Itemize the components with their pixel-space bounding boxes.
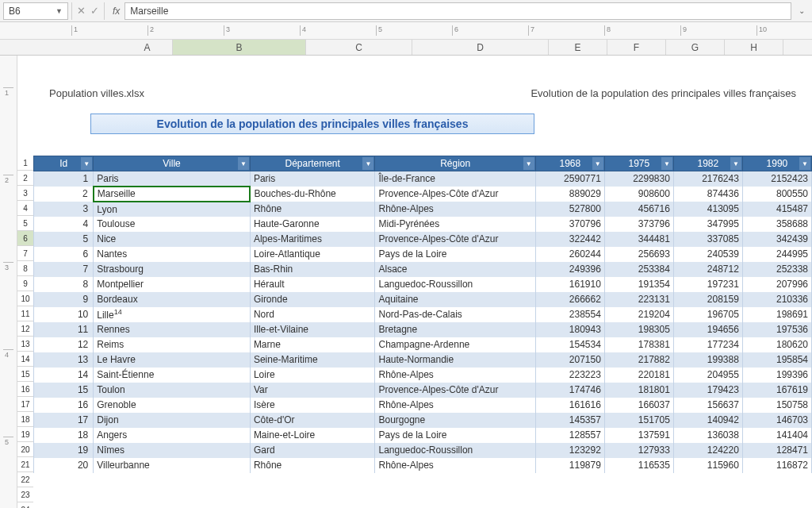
table-cell[interactable]: Rennes: [94, 322, 251, 337]
table-cell[interactable]: 145357: [535, 413, 604, 428]
table-cell[interactable]: 204955: [673, 368, 742, 383]
table-cell[interactable]: 7: [34, 262, 94, 277]
table-cell[interactable]: 174746: [535, 383, 604, 398]
row-header[interactable]: 16: [17, 382, 33, 397]
table-cell[interactable]: Isère: [250, 398, 375, 413]
table-cell[interactable]: 456716: [604, 202, 673, 217]
filter-dropdown-icon[interactable]: ▼: [799, 157, 810, 170]
table-cell[interactable]: 248712: [673, 262, 742, 277]
table-cell[interactable]: 11: [34, 322, 94, 337]
table-cell[interactable]: 260244: [535, 247, 604, 262]
column-header[interactable]: G: [666, 40, 725, 55]
table-column-header[interactable]: 1968▼: [535, 156, 604, 171]
table-cell[interactable]: 358688: [742, 217, 811, 232]
table-cell[interactable]: Bouches-du-Rhône: [250, 187, 375, 202]
table-row[interactable]: 18AngersMaine-et-LoirePays de la Loire12…: [34, 428, 812, 443]
table-cell[interactable]: Côte-d'Or: [250, 413, 375, 428]
table-cell[interactable]: 191354: [604, 277, 673, 292]
column-header[interactable]: D: [412, 40, 549, 55]
table-cell[interactable]: Paris: [250, 171, 375, 187]
table-cell[interactable]: 128557: [535, 428, 604, 443]
table-cell[interactable]: Languedoc-Roussillon: [375, 277, 535, 292]
table-cell[interactable]: Lyon: [94, 202, 251, 217]
table-cell[interactable]: 252338: [742, 262, 811, 277]
table-cell[interactable]: 220181: [604, 368, 673, 383]
table-cell[interactable]: 116872: [742, 458, 811, 473]
table-cell[interactable]: Rhône: [250, 202, 375, 217]
table-cell[interactable]: Dijon: [94, 413, 251, 428]
table-row[interactable]: 12ReimsMarneChampagne-Ardenne15453417838…: [34, 337, 812, 352]
table-cell[interactable]: Lille14: [94, 307, 251, 322]
table-row[interactable]: 10Lille14NordNord-Pas-de-Calais238554219…: [34, 307, 812, 322]
filter-dropdown-icon[interactable]: ▼: [592, 157, 603, 170]
table-cell[interactable]: 9: [34, 292, 94, 307]
filter-dropdown-icon[interactable]: ▼: [362, 157, 373, 170]
table-column-header[interactable]: 1982▼: [673, 156, 742, 171]
table-row[interactable]: 1ParisParisÎle-de-France2590771229983021…: [34, 171, 812, 187]
table-cell[interactable]: 196705: [673, 307, 742, 322]
table-cell[interactable]: 161910: [535, 277, 604, 292]
table-cell[interactable]: 197231: [673, 277, 742, 292]
table-cell[interactable]: Midi-Pyrénées: [375, 217, 535, 232]
table-cell[interactable]: Bourgogne: [375, 413, 535, 428]
table-cell[interactable]: 198305: [604, 322, 673, 337]
table-cell[interactable]: Bas-Rhin: [250, 262, 375, 277]
table-cell[interactable]: 337085: [673, 232, 742, 247]
table-cell[interactable]: 253384: [604, 262, 673, 277]
table-cell[interactable]: 240539: [673, 247, 742, 262]
table-cell[interactable]: Pays de la Loire: [375, 428, 535, 443]
row-header[interactable]: 15: [17, 367, 33, 382]
table-cell[interactable]: 2: [34, 187, 94, 202]
chevron-down-icon[interactable]: ▼: [56, 7, 63, 15]
table-row[interactable]: 15ToulonVarProvence-Alpes-Côte d'Azur174…: [34, 383, 812, 398]
fx-label[interactable]: fx: [108, 6, 124, 17]
table-cell[interactable]: 177234: [673, 337, 742, 352]
table-cell[interactable]: 167619: [742, 383, 811, 398]
table-cell[interactable]: Marne: [250, 337, 375, 352]
table-cell[interactable]: Maine-et-Loire: [250, 428, 375, 443]
table-cell[interactable]: 5: [34, 232, 94, 247]
table-cell[interactable]: Ille-et-Vilaine: [250, 322, 375, 337]
table-cell[interactable]: Haute-Garonne: [250, 217, 375, 232]
table-cell[interactable]: Aquitaine: [375, 292, 535, 307]
table-cell[interactable]: 3: [34, 202, 94, 217]
table-cell[interactable]: 256693: [604, 247, 673, 262]
row-header[interactable]: 9: [17, 276, 33, 291]
table-cell[interactable]: 19: [34, 443, 94, 458]
table-cell[interactable]: Grenoble: [94, 398, 251, 413]
table-cell[interactable]: Saint-Étienne: [94, 368, 251, 383]
table-cell[interactable]: Toulon: [94, 383, 251, 398]
table-cell[interactable]: 2152423: [742, 171, 811, 187]
table-cell[interactable]: 123292: [535, 443, 604, 458]
table-row[interactable]: 17DijonCôte-d'OrBourgogne145357151705140…: [34, 413, 812, 428]
column-header[interactable]: C: [306, 40, 412, 55]
table-row[interactable]: 5NiceAlpes-MaritimesProvence-Alpes-Côte …: [34, 232, 812, 247]
table-cell[interactable]: 8: [34, 277, 94, 292]
table-cell[interactable]: 115960: [673, 458, 742, 473]
expand-formula-icon[interactable]: ⌄: [795, 6, 809, 15]
cancel-icon[interactable]: ✕: [77, 5, 86, 17]
table-cell[interactable]: Toulouse: [94, 217, 251, 232]
table-cell[interactable]: 140942: [673, 413, 742, 428]
table-cell[interactable]: 156637: [673, 398, 742, 413]
table-cell[interactable]: Haute-Normandie: [375, 352, 535, 368]
table-cell[interactable]: 249396: [535, 262, 604, 277]
table-cell[interactable]: 373796: [604, 217, 673, 232]
row-header[interactable]: 24: [17, 502, 33, 508]
table-cell[interactable]: 238554: [535, 307, 604, 322]
table-cell[interactable]: 413095: [673, 202, 742, 217]
table-cell[interactable]: Loire: [250, 368, 375, 383]
table-cell[interactable]: 136038: [673, 428, 742, 443]
table-cell[interactable]: 124220: [673, 443, 742, 458]
column-header[interactable]: A: [122, 40, 173, 55]
table-cell[interactable]: 208159: [673, 292, 742, 307]
table-cell[interactable]: 210336: [742, 292, 811, 307]
table-cell[interactable]: 223131: [604, 292, 673, 307]
table-row[interactable]: 8MontpellierHéraultLanguedoc-Roussillon1…: [34, 277, 812, 292]
table-cell[interactable]: 2590771: [535, 171, 604, 187]
table-cell[interactable]: 199396: [742, 368, 811, 383]
table-cell[interactable]: Île-de-France: [375, 171, 535, 187]
table-cell[interactable]: 181801: [604, 383, 673, 398]
table-cell[interactable]: Loire-Atlantique: [250, 247, 375, 262]
row-header[interactable]: 7: [17, 246, 33, 261]
